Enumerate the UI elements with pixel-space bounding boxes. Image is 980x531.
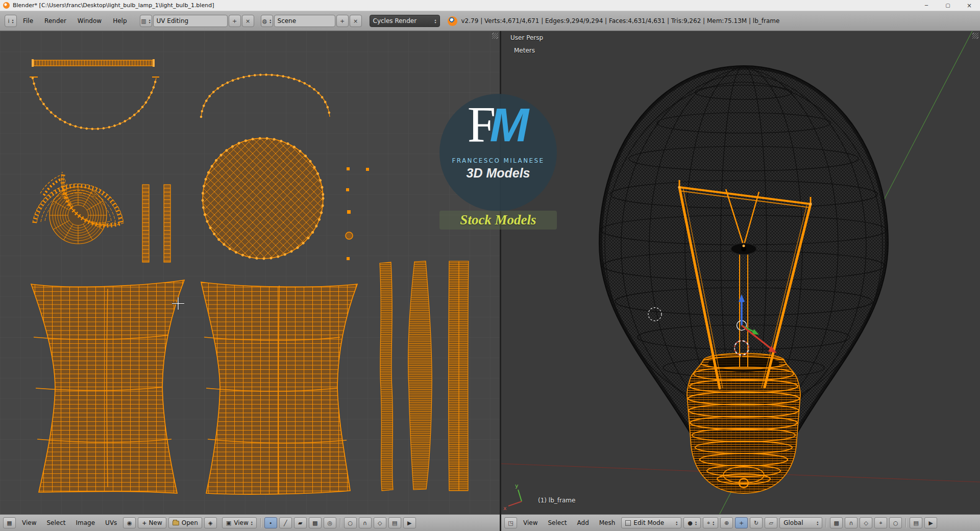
manipulator-scale[interactable]: ▱ xyxy=(765,517,777,528)
viewport-canvas[interactable]: y x xyxy=(501,31,980,514)
watermark-logo: F M FRANCESCO MILANESE 3D Models xyxy=(439,94,557,211)
chevron-updown-icon: ▴▾ xyxy=(270,18,271,23)
manipulator-rotate[interactable]: ↻ xyxy=(750,517,763,528)
info-header: i ▴▾ File Render Window Help ▥ ▴▾ UV Edi… xyxy=(0,11,980,31)
svg-text:x: x xyxy=(503,505,507,512)
mode-dropdown[interactable]: Edit Mode ▴▾ xyxy=(621,517,681,528)
uv-menu-uvs[interactable]: UVs xyxy=(100,519,122,526)
render-still-icon: ▤ xyxy=(392,520,397,526)
image-open-button[interactable]: Open xyxy=(168,517,202,528)
snap-toggle-button[interactable]: ∩ xyxy=(845,517,857,528)
image-pin-button[interactable]: ◉ xyxy=(123,517,136,528)
manipulator-axis-icon: ⊕ xyxy=(724,520,729,526)
face-mode-icon: ▰ xyxy=(298,520,302,526)
render-opengl-still-button[interactable]: ▤ xyxy=(910,517,922,528)
snap-element-icon: ◇ xyxy=(864,520,868,526)
snap-target-icon: ⌖ xyxy=(879,520,883,526)
chevron-updown-icon: ▴▾ xyxy=(676,520,677,525)
scene-browse[interactable]: ◍ ▴▾ xyxy=(261,15,273,27)
area-corner-widget[interactable] xyxy=(972,33,978,39)
render-uv-still-button[interactable]: ▤ xyxy=(388,517,401,528)
pivot-point-dropdown[interactable]: ⌖ ▴▾ xyxy=(703,517,718,528)
render-anim-icon: ▶ xyxy=(928,520,933,526)
vp-menu-add[interactable]: Add xyxy=(572,519,594,526)
uv-island-circle[interactable] xyxy=(203,138,323,259)
snap-target-dropdown[interactable]: ⌖ xyxy=(874,517,887,528)
menu-file[interactable]: File xyxy=(17,17,39,24)
uv-select-mode-face[interactable]: ▰ xyxy=(294,517,307,528)
uv-select-mode-edge[interactable]: ╱ xyxy=(279,517,292,528)
uv-sticky-selection[interactable]: ◎ xyxy=(324,517,336,528)
uv-island-strip-1[interactable] xyxy=(380,262,393,491)
pin-icon: ◉ xyxy=(127,520,132,526)
view-name-overlay: User Persp xyxy=(510,34,543,41)
scale-icon: ▱ xyxy=(769,520,773,526)
chevron-updown-icon: ▴▾ xyxy=(12,18,14,23)
separator xyxy=(340,518,340,527)
orientation-dropdown[interactable]: Global ▴▾ xyxy=(779,517,822,528)
viewport-shading-dropdown[interactable]: ● ▴▾ xyxy=(683,517,701,528)
pack-image-button[interactable]: ◈ xyxy=(204,517,217,528)
screen-layout-value: UV Editing xyxy=(157,17,189,24)
chevron-updown-icon: ▴▾ xyxy=(817,520,818,525)
chevron-updown-icon: ▴▾ xyxy=(149,18,151,23)
minimize-button[interactable]: ─ xyxy=(916,0,937,11)
uv-editor-header-bar: ▦ View Select Image UVs ◉ + New Open ◈ ▣… xyxy=(0,514,500,531)
proportional-icon: ○ xyxy=(348,520,353,526)
vp-menu-mes[interactable]: Mesh xyxy=(594,519,621,526)
maximize-button[interactable]: ▢ xyxy=(937,0,959,11)
editor-type-info-dropdown[interactable]: i ▴▾ xyxy=(5,15,17,27)
uv-select-mode-vertex[interactable]: ∙ xyxy=(264,517,277,528)
translate-icon: + xyxy=(739,520,744,526)
manipulator-toggle[interactable]: ⊕ xyxy=(720,517,733,528)
uv-menu-select[interactable]: Select xyxy=(41,519,70,526)
uv-canvas[interactable] xyxy=(0,31,500,514)
pivot-icon: ⌖ xyxy=(707,520,710,526)
area-corner-widget[interactable] xyxy=(492,33,498,39)
menu-window[interactable]: Window xyxy=(72,17,107,24)
scene-field[interactable]: Scene xyxy=(274,15,335,27)
snap-element-dropdown[interactable]: ◇ xyxy=(374,517,386,528)
viewport-editor-type-dropdown[interactable]: ◳ xyxy=(504,517,517,528)
scene-icon: ◍ xyxy=(262,18,267,24)
snap-toggle-button[interactable]: ∩ xyxy=(359,517,372,528)
scene-add-button[interactable]: + xyxy=(336,15,349,27)
render-engine-value: Cycles Render xyxy=(373,17,417,24)
svg-text:y: y xyxy=(515,483,519,489)
chevron-updown-icon: ▴▾ xyxy=(713,520,714,525)
occlude-geometry-toggle[interactable]: ▩ xyxy=(830,517,843,528)
screen-layout-field[interactable]: UV Editing xyxy=(153,15,228,27)
proportional-edit-dropdown[interactable]: ○ xyxy=(344,517,357,528)
render-opengl-anim-button[interactable]: ▶ xyxy=(924,517,937,528)
image-new-button[interactable]: + New xyxy=(138,517,166,528)
occlude-icon: ▩ xyxy=(834,520,839,526)
menu-render[interactable]: Render xyxy=(39,17,72,24)
uv-editor-type-dropdown[interactable]: ▦ xyxy=(3,517,16,528)
scene-statistics: v2.79 | Verts:4,671/4,671 | Edges:9,294/… xyxy=(461,17,780,24)
chevron-updown-icon: ▴▾ xyxy=(251,520,253,525)
close-button[interactable]: × xyxy=(959,0,980,11)
scene-delete-button[interactable]: × xyxy=(350,15,362,27)
manipulator-translate[interactable]: + xyxy=(735,517,748,528)
render-anim-icon: ▶ xyxy=(407,520,411,526)
proportional-edit-dropdown[interactable]: ○ xyxy=(889,517,902,528)
vp-menu-view[interactable]: View xyxy=(518,519,543,526)
uv-island-strip-3[interactable] xyxy=(449,261,469,491)
screen-layout-browse[interactable]: ▥ ▴▾ xyxy=(140,15,152,27)
uv-island-strip-2[interactable] xyxy=(408,261,432,490)
uv-menu-image[interactable]: Image xyxy=(71,519,101,526)
snap-element-dropdown[interactable]: ◇ xyxy=(860,517,872,528)
uv-select-mode-island[interactable]: ▩ xyxy=(309,517,322,528)
uv-island-bar[interactable] xyxy=(32,59,155,67)
vp-menu-select[interactable]: Select xyxy=(543,519,572,526)
render-uv-anim-button[interactable]: ▶ xyxy=(403,517,416,528)
uv-island-panel-right[interactable] xyxy=(201,282,357,494)
menu-help[interactable]: Help xyxy=(107,17,132,24)
uv-display-mode-dropdown[interactable]: ▣ View ▴▾ xyxy=(222,517,257,528)
bulb-screw-base[interactable] xyxy=(687,353,800,493)
render-engine-dropdown[interactable]: Cycles Render ▴▾ xyxy=(370,15,440,27)
uv-menu-view[interactable]: View xyxy=(17,519,41,526)
screen-layout-add-button[interactable]: + xyxy=(229,15,241,27)
island-mode-icon: ▩ xyxy=(312,520,317,526)
screen-layout-delete-button[interactable]: × xyxy=(242,15,254,27)
